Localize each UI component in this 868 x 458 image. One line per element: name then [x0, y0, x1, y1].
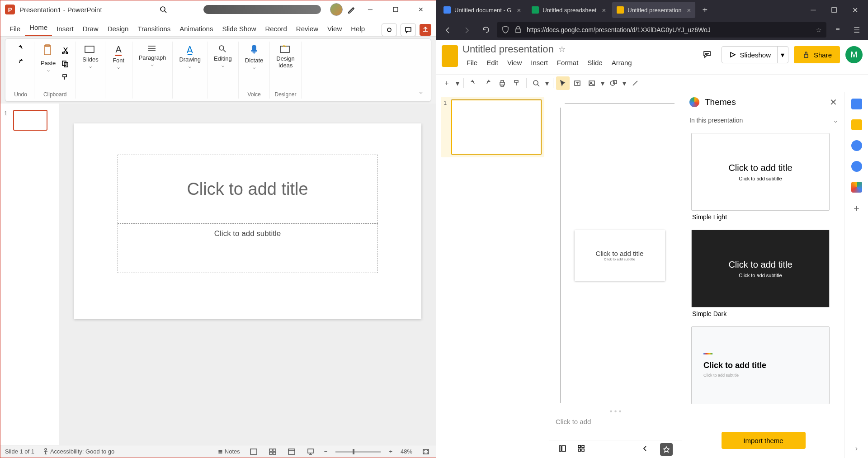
shape-tool-button[interactable] — [607, 76, 620, 90]
calendar-icon[interactable] — [851, 99, 862, 109]
side-panel-collapse-button[interactable]: › — [855, 444, 858, 453]
collapse-filmstrip-button[interactable] — [641, 444, 649, 454]
slide-title-placeholder[interactable]: Click to add title — [596, 250, 644, 257]
extensions-button[interactable]: ≡ — [830, 22, 845, 38]
zoom-in-button[interactable]: + — [389, 448, 392, 455]
menu-insert[interactable]: Insert — [52, 21, 78, 36]
paragraph-button[interactable]: Paragraph ⌵ — [137, 42, 168, 69]
redo-button[interactable] — [16, 57, 26, 67]
contacts-icon[interactable] — [851, 161, 862, 172]
comment-history-button[interactable] — [699, 46, 716, 63]
fit-to-window-button[interactable] — [420, 447, 431, 456]
menu-view[interactable]: View — [323, 21, 346, 36]
editing-button[interactable]: Editing ⌵ — [212, 42, 234, 70]
reload-button[interactable] — [478, 22, 493, 38]
close-button[interactable]: ✕ — [410, 0, 431, 19]
slide-canvas-area[interactable]: Click to add title Click to add subtitle — [59, 104, 436, 445]
print-button[interactable] — [495, 76, 509, 90]
theme-card-streamline[interactable]: Click to add title Click to add subtitle — [691, 326, 835, 404]
new-slide-dropdown-icon[interactable]: ▾ — [454, 76, 461, 90]
slide-canvas[interactable]: Click to add title Click to add subtitle — [549, 92, 682, 410]
slides-logo-icon[interactable] — [442, 45, 458, 67]
textbox-tool-button[interactable] — [571, 76, 584, 90]
themes-list[interactable]: Click to add title Click to add subtitle… — [682, 128, 844, 425]
design-ideas-button[interactable]: Design Ideas — [274, 42, 296, 71]
shape-dropdown-icon[interactable]: ▾ — [621, 76, 627, 90]
browser-close-button[interactable]: ✕ — [844, 2, 865, 18]
thumbnail-row[interactable]: 1 — [4, 110, 56, 131]
menu-home[interactable]: Home — [25, 20, 52, 36]
slide-subtitle-placeholder[interactable]: Click to add subtitle — [604, 257, 635, 261]
view-reading-button[interactable] — [286, 447, 297, 456]
paint-format-button[interactable] — [510, 76, 524, 90]
tab-close-icon[interactable]: × — [602, 6, 606, 14]
search-icon[interactable] — [159, 5, 167, 14]
back-button[interactable] — [440, 22, 455, 38]
themes-close-button[interactable]: ✕ — [830, 97, 837, 108]
menu-file[interactable]: File — [462, 57, 481, 68]
menu-design[interactable]: Design — [103, 21, 133, 36]
theme-card-simple-light[interactable]: Click to add title Click to add subtitle… — [691, 133, 835, 223]
drawing-button[interactable]: A̲ Drawing ⌵ — [177, 42, 203, 71]
menu-arrange[interactable]: Arrang — [608, 57, 636, 68]
browser-tab-slides[interactable]: Untitled presentation × — [612, 2, 695, 18]
explore-button[interactable] — [660, 443, 673, 456]
maps-icon[interactable] — [851, 182, 862, 193]
new-tab-button[interactable]: + — [697, 2, 712, 18]
comments-button[interactable] — [401, 24, 416, 36]
share-button[interactable]: Share — [794, 46, 840, 63]
keep-icon[interactable] — [851, 119, 862, 130]
browser-tab-sheets[interactable]: Untitled spreadsheet × — [527, 2, 610, 18]
slide[interactable]: Click to add title Click to add subtitle — [74, 123, 421, 319]
account-avatar[interactable]: M — [845, 46, 863, 63]
share-button[interactable] — [420, 24, 431, 36]
bookmark-star-icon[interactable]: ☆ — [816, 26, 822, 33]
menu-slide[interactable]: Slide — [583, 57, 606, 68]
redo-button[interactable] — [481, 76, 495, 90]
cut-button[interactable] — [60, 45, 70, 55]
menu-edit[interactable]: Edit — [482, 57, 502, 68]
paste-button[interactable]: Paste ⌵ — [39, 42, 57, 74]
add-addon-button[interactable]: + — [854, 203, 859, 214]
menu-insert[interactable]: Insert — [527, 57, 552, 68]
url-bar[interactable]: https://docs.google.com/presentation/d/1… — [497, 22, 826, 38]
format-painter-button[interactable] — [60, 72, 70, 82]
camera-toggle-button[interactable] — [382, 24, 397, 36]
menu-review[interactable]: Review — [292, 21, 323, 36]
copy-button[interactable] — [60, 59, 70, 69]
document-name[interactable]: Untitled presentation — [462, 43, 554, 55]
slideshow-button[interactable]: Slideshow ▾ — [722, 46, 788, 63]
maximize-button[interactable] — [385, 0, 406, 19]
menu-help[interactable]: Help — [346, 21, 369, 36]
speaker-notes[interactable]: Click to add — [549, 413, 682, 440]
font-button[interactable]: A Font ⌵ — [111, 42, 126, 71]
menu-animations[interactable]: Animations — [175, 21, 217, 36]
app-menu-button[interactable]: ☰ — [849, 22, 864, 38]
select-tool-button[interactable] — [556, 76, 570, 90]
zoom-button[interactable] — [529, 76, 543, 90]
theme-card-simple-dark[interactable]: Click to add title Click to add subtitle… — [691, 230, 835, 320]
title-placeholder[interactable]: Click to add title — [118, 155, 378, 223]
forward-button[interactable] — [459, 22, 474, 38]
dictate-button[interactable]: Dictate ⌵ — [243, 42, 265, 71]
zoom-dropdown-icon[interactable]: ▾ — [544, 76, 550, 90]
filmstrip-view-button[interactable] — [558, 444, 566, 454]
menu-draw[interactable]: Draw — [78, 21, 103, 36]
menu-format[interactable]: Format — [553, 57, 583, 68]
subtitle-placeholder[interactable]: Click to add subtitle — [118, 223, 378, 273]
browser-tab-docs[interactable]: Untitled document - G × — [439, 2, 525, 18]
ribbon-collapse-button[interactable]: ⌵ — [413, 42, 429, 99]
grid-view-button[interactable] — [577, 444, 585, 454]
user-avatar[interactable] — [330, 3, 343, 16]
zoom-slider[interactable] — [335, 451, 381, 453]
browser-maximize-button[interactable] — [824, 2, 844, 18]
filmstrip-thumbnail-row[interactable]: 1 — [443, 99, 542, 155]
status-notes-button[interactable]: ≣ Notes — [218, 448, 240, 455]
minimize-button[interactable]: ─ — [360, 0, 381, 19]
menu-file[interactable]: File — [5, 21, 25, 36]
new-slide-button[interactable]: Slides ⌵ — [80, 42, 100, 71]
slide-thumbnail[interactable] — [13, 110, 47, 131]
menu-record[interactable]: Record — [260, 21, 291, 36]
image-dropdown-icon[interactable]: ▾ — [599, 76, 606, 90]
star-icon[interactable]: ☆ — [558, 44, 566, 54]
